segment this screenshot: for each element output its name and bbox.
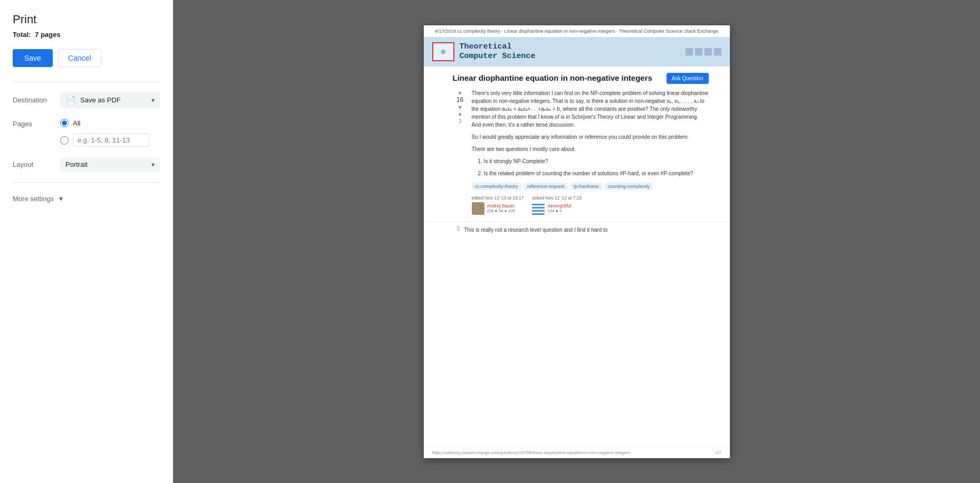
pages-all-row: All [60, 119, 160, 127]
total-count: 7 pages [35, 31, 60, 39]
tags-row: cc.complexity-theory reference-request r… [472, 183, 709, 190]
asked-user-name: 4evergr8ful [547, 203, 571, 209]
vote-column: ▲ 16 ▼ ★ 3 [453, 89, 468, 215]
site-logo-icon: ⚙️ [440, 49, 446, 54]
print-preview: 4/17/2019 cc.complexity theory · Linear … [424, 25, 730, 458]
vote-count: 16 [456, 96, 463, 103]
pages-all-radio[interactable] [60, 119, 69, 127]
footer-url: https://cstheory.stackexchange.com/quest… [432, 450, 631, 455]
layout-label: Layout [13, 160, 60, 168]
chevron-down-icon: ▾ [151, 97, 155, 104]
button-row: Save Cancel [13, 49, 160, 67]
pdf-icon: 📄 [65, 95, 76, 105]
layout-select[interactable]: Portrait ▾ [60, 157, 160, 172]
answer-text: This is really not a research level ques… [464, 226, 608, 234]
pages-range-radio[interactable] [60, 136, 69, 145]
more-settings-row[interactable]: More settings ▾ [13, 192, 160, 205]
edited-user-rep: 22k ● 54 ● 105 [487, 209, 516, 213]
question-header: Linear diophantine equation in non-negat… [453, 73, 709, 84]
pages-row: Pages All [13, 119, 160, 147]
site-icon-1 [686, 48, 693, 55]
asked-user-info: 4evergr8ful 104 ● 4 [547, 203, 571, 213]
post-text-2: So I would greatly appreciate any inform… [472, 133, 709, 141]
post-body: There's only very little information I c… [472, 89, 709, 215]
site-icons [686, 48, 721, 55]
post-text-1: There's only very little information I c… [472, 89, 709, 129]
site-icon-2 [695, 48, 702, 55]
divider2 [13, 182, 160, 183]
edited-user-info: Andrej Bauer 22k ● 54 ● 105 [487, 203, 516, 213]
asked-user-name-row: 4evergr8ful 104 ● 4 [532, 202, 582, 215]
site-logo: ⚙️ [432, 42, 454, 61]
layout-value: Portrait [65, 160, 147, 168]
pages-label: Pages [13, 120, 60, 128]
asked-user-avatar [532, 202, 545, 215]
destination-select[interactable]: 📄 Save as PDF ▾ [60, 92, 160, 108]
tag-0[interactable]: cc.complexity-theory [472, 183, 521, 190]
right-panel: 4/17/2019 cc.complexity theory · Linear … [173, 0, 980, 483]
list-item-2: 2. Is the related problem of counting th… [478, 169, 709, 177]
cancel-button[interactable]: Cancel [58, 49, 101, 67]
more-settings-chevron-icon: ▾ [59, 194, 63, 203]
site-header: ⚙️ TheoreticalComputer Science [424, 37, 730, 67]
destination-control: 📄 Save as PDF ▾ [60, 92, 160, 108]
edited-user-card: edited Nov 13 '13 at 19:17 Andrej Bauer … [472, 195, 524, 215]
more-settings-label: More settings [13, 195, 54, 203]
edited-user-avatar [472, 202, 484, 215]
post-text-3: There are two questions I mostly care ab… [472, 145, 709, 153]
user-info-section: edited Nov 13 '13 at 19:17 Andrej Bauer … [472, 195, 709, 215]
answer-number: 5 [453, 226, 460, 234]
tag-1[interactable]: reference-request [524, 183, 568, 190]
avatar-pixel [472, 202, 484, 215]
asked-user-rep: 104 ● 4 [547, 209, 571, 213]
vote-up-icon[interactable]: ▲ [458, 89, 463, 95]
site-icon-4 [714, 48, 721, 55]
vote-content-row: ▲ 16 ▼ ★ 3 There's only very little info… [453, 89, 709, 215]
total-label: Total: [13, 31, 31, 39]
page-footer: https://cstheory.stackexchange.com/quest… [424, 447, 730, 458]
page-top-bar: 4/17/2019 cc.complexity theory · Linear … [424, 25, 730, 37]
answer-section: 5 This is really not a research level qu… [424, 221, 730, 238]
ask-question-button[interactable]: Ask Question [667, 73, 708, 84]
layout-control: Portrait ▾ [60, 157, 160, 172]
edited-user-name-row: Andrej Bauer 22k ● 54 ● 105 [472, 202, 524, 215]
question-title: Linear diophantine equation in non-negat… [453, 73, 661, 83]
print-title: Print [13, 13, 160, 26]
star-icon: ★ [458, 111, 462, 117]
destination-value: Save as PDF [80, 96, 147, 104]
destination-label: Destination [13, 96, 60, 104]
save-button[interactable]: Save [13, 49, 53, 67]
pages-all-label: All [73, 119, 80, 127]
asked-user-card: asked Nov 12 '13 at 7:23 4evergr8ful 104… [532, 195, 582, 215]
site-icon-3 [705, 48, 712, 55]
total-pages: Total: 7 pages [13, 31, 160, 39]
answer-row: 5 This is really not a research level qu… [453, 226, 721, 234]
pages-options: All [60, 119, 160, 147]
vote-down-icon[interactable]: ▼ [458, 105, 463, 110]
asked-meta: asked Nov 12 '13 at 7:23 [532, 195, 582, 201]
question-area: Linear diophantine equation in non-negat… [424, 67, 730, 221]
layout-chevron-icon: ▾ [151, 161, 155, 168]
footer-page: 1/7 [715, 450, 721, 455]
tag-2[interactable]: rp-hardness [570, 183, 602, 190]
divider [13, 82, 160, 82]
edited-user-name: Andrej Bauer [487, 203, 516, 209]
layout-row: Layout Portrait ▾ [13, 157, 160, 172]
site-name: TheoreticalComputer Science [460, 42, 680, 61]
pages-range-input[interactable] [73, 134, 149, 147]
edited-meta: edited Nov 13 '13 at 19:17 [472, 195, 524, 201]
pages-range-row [60, 134, 160, 147]
left-panel: Print Total: 7 pages Save Cancel Destina… [0, 0, 173, 483]
avatar-identicon [532, 202, 545, 215]
tag-3[interactable]: counting-complexity [605, 183, 653, 190]
destination-row: Destination 📄 Save as PDF ▾ [13, 92, 160, 108]
list-item-1: 1. Is it strongly NP-Complete? [478, 157, 709, 165]
star-count: 3 [459, 118, 462, 124]
